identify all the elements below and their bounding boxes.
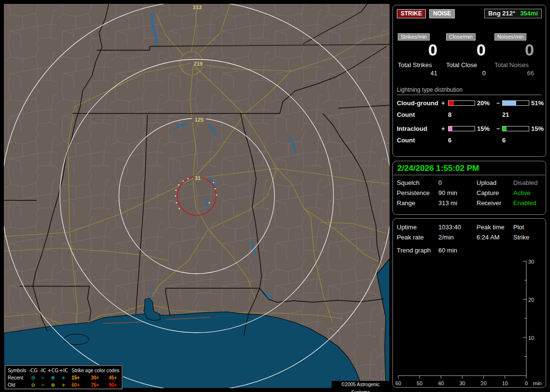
circle-minus-icon: ⊖ (28, 381, 38, 389)
squelch-label: Squelch (397, 179, 438, 186)
uptime-value: 1033:40 (438, 224, 477, 231)
cloud-ground-label: Cloud-ground (397, 99, 441, 107)
circle-minus-icon: ⊖ (28, 374, 38, 381)
legend-col-neg-ic: -IC (38, 367, 47, 374)
lightning-type-distribution: Lightning type distribution Cloud-ground… (397, 86, 542, 144)
age-15: 15+ (72, 374, 91, 381)
peak-time-label: Peak time (477, 224, 513, 231)
minus-icon: − (38, 374, 47, 381)
copyright-notice: ©2005 Astrogenic Systems (332, 381, 390, 389)
age-75: 75+ (91, 381, 109, 389)
plus-sign: + (441, 99, 448, 107)
datetime-display: 2/24/2026 1:55:02 PM (393, 161, 545, 175)
strike-counters-panel: STRIKE NOISE Bng 212°354mi Strikes/min 0… (392, 5, 546, 157)
ic-negative-count: 6 (502, 137, 550, 144)
persistence-label: Persistence (397, 189, 438, 196)
x-axis-unit: min (533, 380, 542, 386)
uptime-label: Uptime (397, 224, 438, 231)
trend-graph-value: 60 min (438, 247, 546, 254)
circle-plus-icon: ⊕ (47, 381, 58, 389)
noises-per-min-value: 0 (494, 41, 541, 58)
strikes-per-min-value: 0 (398, 41, 444, 58)
peak-time-value: 6:24 AM (477, 234, 513, 241)
x-tick-20: 20 (481, 380, 487, 386)
lightning-map[interactable]: 313 219 125 31 (4, 4, 390, 388)
legend-col-neg-cg: -CG (28, 367, 38, 374)
ring-label-219: 219 (194, 61, 203, 67)
receiver-label: Receiver (477, 199, 513, 207)
x-tick-60: 60 (395, 380, 401, 386)
legend-old-label: Old (8, 381, 28, 389)
upload-label: Upload (477, 179, 513, 186)
legend-age-header: Strike age color codes (72, 367, 127, 374)
cg-negative-bar (502, 100, 529, 106)
plus-icon: + (58, 374, 69, 381)
ring-label-31: 31 (195, 175, 201, 181)
x-tick-0: 0 (525, 380, 528, 386)
cg-negative-pct: 51% (531, 99, 544, 107)
legend-symbols-header: Symbols (8, 367, 28, 374)
x-tick-50: 50 (417, 380, 422, 386)
trend-graph-label: Trend graph (397, 247, 438, 254)
age-60: 60+ (72, 381, 91, 389)
ic-positive-bar (448, 126, 475, 131)
plus-icon: + (58, 381, 69, 389)
graph-axes (398, 261, 526, 376)
receiver-status: Enabled (513, 199, 546, 207)
y-tick-30: 30 (528, 259, 534, 265)
strikes-per-min-label: Strikes/min (398, 33, 430, 41)
ic-negative-bar (502, 126, 529, 131)
range-label: Range (397, 199, 438, 207)
age-45: 45+ (109, 374, 127, 381)
total-close-value: 0 (446, 70, 492, 77)
trend-graph: 30 20 10 60 50 40 30 20 10 0 min (393, 253, 546, 388)
age-30: 30+ (91, 374, 109, 381)
circle-plus-icon: ⊕ (47, 374, 58, 381)
map-canvas: 313 219 125 31 (4, 4, 390, 388)
total-noises-label: Total Noises (494, 61, 541, 69)
strike-button[interactable]: STRIKE (397, 9, 426, 18)
x-tick-40: 40 (438, 380, 444, 386)
close-per-min-label: Close/min (446, 33, 476, 41)
ring-label-125: 125 (195, 117, 203, 123)
peak-rate-value: 2/min (438, 234, 477, 241)
plus-sign: + (441, 125, 448, 132)
cg-negative-count: 21 (502, 111, 550, 118)
upload-status: Disabled (513, 179, 546, 186)
bearing-distance: 354mi (520, 10, 538, 17)
ic-negative-pct: 15% (531, 125, 544, 132)
plot-value: Strike (513, 234, 546, 241)
ic-positive-count: 6 (448, 137, 496, 144)
capture-label: Capture (477, 189, 513, 196)
strikes-counter: Strikes/min 0 Total Strikes 41 (398, 32, 444, 77)
close-per-min-value: 0 (446, 41, 492, 58)
intracloud-label: Intracloud (397, 125, 441, 132)
minus-sign: − (496, 125, 502, 132)
y-tick-20: 20 (528, 297, 534, 303)
count-label: Count (397, 137, 441, 144)
total-strikes-label: Total Strikes (398, 61, 444, 69)
plot-label: Plot (513, 224, 546, 231)
x-tick-10: 10 (502, 380, 508, 386)
range-value: 313 mi (438, 199, 477, 207)
ring-label-313: 313 (193, 4, 202, 10)
legend-recent-label: Recent (8, 374, 28, 381)
squelch-value: 0 (438, 179, 477, 186)
ic-positive-pct: 15% (477, 125, 490, 132)
noise-button[interactable]: NOISE (429, 9, 455, 18)
bearing-readout: Bng 212°354mi (484, 9, 542, 18)
minus-sign: − (496, 99, 502, 107)
capture-status: Active (513, 189, 546, 196)
age-90: 90+ (109, 381, 127, 389)
bearing-value: Bng 212° (488, 10, 515, 17)
distribution-title: Lightning type distribution (397, 86, 542, 95)
cg-positive-bar (448, 100, 475, 106)
legend-col-pos-cg: +CG (47, 367, 58, 374)
cg-positive-count: 8 (448, 111, 496, 118)
persistence-value: 90 min (438, 189, 477, 196)
total-noises-value: 66 (494, 70, 541, 77)
total-close-label: Total Close (446, 61, 492, 69)
trend-panel: Uptime 1033:40 Peak time Plot Peak rate … (392, 218, 546, 388)
count-label: Count (397, 111, 441, 118)
noises-per-min-label: Noises/min (494, 33, 526, 41)
